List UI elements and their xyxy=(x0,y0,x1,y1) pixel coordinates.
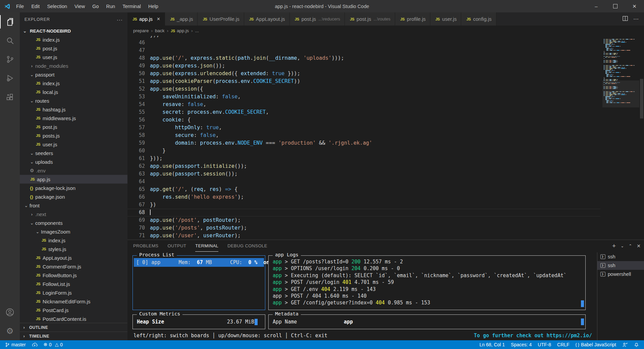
file-hashtag.js[interactable]: JShashtag.js xyxy=(20,105,127,114)
more-actions-icon[interactable]: ⋯ xyxy=(633,16,639,22)
code-line-56[interactable]: 56 cookie: { xyxy=(127,116,600,124)
code-line-70[interactable]: 70app.use('/posts', postsRouter); xyxy=(127,224,600,232)
tab-user.js[interactable]: JSuser.js xyxy=(430,12,461,26)
file-posts.js[interactable]: JSposts.js xyxy=(20,131,127,140)
code-editor[interactable]: }); 464748app.use('/', express.static(pa… xyxy=(127,36,644,240)
maximize-panel-icon[interactable]: ⌃ xyxy=(629,244,632,248)
file-index.js[interactable]: JSindex.js xyxy=(20,79,127,88)
sync-changes-item[interactable] xyxy=(29,340,41,349)
code-line-57[interactable]: 57 httpOnly: true, xyxy=(127,124,600,132)
file-applayout.js[interactable]: JSAppLayout.js xyxy=(20,253,127,262)
run-debug-icon[interactable] xyxy=(0,69,20,88)
file-local.js[interactable]: JSlocal.js xyxy=(20,88,127,96)
pm2-link[interactable]: To go further check out https://pm2.io/ xyxy=(474,333,592,339)
source-control-icon[interactable] xyxy=(0,50,20,69)
code-line-68[interactable]: 68 xyxy=(127,209,600,216)
code-line-66[interactable]: 66 res.send('hello express'); xyxy=(127,193,600,201)
panel-tab-problems[interactable]: PROBLEMS xyxy=(133,240,158,252)
panel-tab-output[interactable]: OUTPUT xyxy=(167,240,186,252)
terminal-instance-powershell[interactable]: ❯powershell xyxy=(597,270,644,279)
tab-profile.js[interactable]: JSprofile.js xyxy=(395,12,430,26)
code-line-46[interactable]: 46 xyxy=(127,39,600,47)
file-loginform.js[interactable]: JSLoginForm.js xyxy=(20,288,127,297)
explorer-icon[interactable] xyxy=(0,12,20,31)
problems-item[interactable]: ⊗ 0 △ 0 xyxy=(41,340,66,349)
code-line-60[interactable]: 60 } xyxy=(127,147,600,155)
terminal-instance-ssh[interactable]: ❯ssh xyxy=(597,261,644,270)
search-icon[interactable] xyxy=(0,31,20,50)
tab-UserProfile.js[interactable]: JSUserProfile.js xyxy=(198,12,244,26)
file-package-lock.json[interactable]: {}package-lock.json xyxy=(20,184,127,192)
explorer-more-actions-icon[interactable]: ··· xyxy=(117,17,123,22)
menu-selection[interactable]: Selection xyxy=(43,0,71,12)
close-window-icon[interactable]: ✕ xyxy=(625,0,644,12)
tab-config.js[interactable]: JSconfig.js xyxy=(461,12,496,26)
file-nicknameeditform.js[interactable]: JSNicknameEditForm.js xyxy=(20,297,127,306)
minimap-slider[interactable] xyxy=(602,81,639,107)
menu-terminal[interactable]: Terminal xyxy=(119,0,145,12)
menu-view[interactable]: View xyxy=(71,0,89,12)
tab-post.js[interactable]: JSpost.js...\routes xyxy=(345,12,395,26)
file-post.js[interactable]: JSpost.js xyxy=(20,122,127,131)
menu-go[interactable]: Go xyxy=(89,0,102,12)
close-tab-icon[interactable]: ✕ xyxy=(157,16,160,21)
file-middlewares.js[interactable]: JSmiddlewares.js xyxy=(20,114,127,122)
editor-scrollbar[interactable] xyxy=(639,36,644,240)
code-line-55[interactable]: 55 secret: process.env.COOKIE_SECRET, xyxy=(127,108,600,116)
file-package.json[interactable]: {}package.json xyxy=(20,192,127,201)
explorer-root-folder[interactable]: ⌄ REACT-NODEBIRD xyxy=(20,27,127,35)
menu-run[interactable]: Run xyxy=(103,0,119,12)
process-row-app[interactable]: [ 0] app Mem: 67 MB CPU: 0 % onl xyxy=(134,258,264,267)
code-line-58[interactable]: 58 secure: false, xyxy=(127,132,600,139)
code-line-65[interactable]: 65app.get('/', (req, res) => { xyxy=(127,186,600,193)
code-line-52[interactable]: 52app.use(session({ xyxy=(127,85,600,93)
file-index.js[interactable]: JSindex.js xyxy=(20,236,127,245)
notifications-bell-icon[interactable] xyxy=(631,340,642,349)
file-index.js[interactable]: JSindex.js xyxy=(20,35,127,44)
account-icon[interactable] xyxy=(0,303,20,321)
folder-routes[interactable]: ⌄routes xyxy=(20,96,127,105)
folder-imageszoom[interactable]: ⌄ImagesZoom xyxy=(20,227,127,236)
file-commentform.js[interactable]: JSCommentForm.js xyxy=(20,262,127,271)
file-postcardcontent.is[interactable]: JSPostCardContent.is xyxy=(20,314,127,323)
extensions-icon[interactable] xyxy=(0,88,20,106)
code-line-53[interactable]: 53 saveUninitialized: false, xyxy=(127,93,600,101)
tab-_app.js[interactable]: JS_app.js xyxy=(165,12,198,26)
file-followlist.js[interactable]: JSFollowList.js xyxy=(20,280,127,288)
folder-passport[interactable]: ⌄passport xyxy=(20,70,127,79)
code-line-59[interactable]: 59 domain: process.env.NODE_ENV === 'pro… xyxy=(127,139,600,147)
outline-section[interactable]: › OUTLINE xyxy=(20,323,127,332)
code-line-50[interactable]: 50app.use(express.urlencoded({ extended:… xyxy=(127,70,600,78)
eol-item[interactable]: CRLF xyxy=(554,340,573,349)
timeline-section[interactable]: › TIMELINE xyxy=(20,332,127,340)
breadcrumb-item[interactable]: back xyxy=(155,28,165,33)
code-line-71[interactable]: 71app.use('/user', userRouter); xyxy=(127,232,600,240)
tab-app.js[interactable]: JSapp.js✕ xyxy=(127,12,165,26)
file-.env[interactable]: ⚙.env xyxy=(20,166,127,175)
breadcrumb[interactable]: prepare›back›JSapp.js›... xyxy=(127,26,644,36)
breadcrumb-item[interactable]: ... xyxy=(195,28,199,33)
menu-help[interactable]: Help xyxy=(145,0,162,12)
encoding-item[interactable]: UTF-8 xyxy=(535,340,554,349)
file-followbutton.js[interactable]: JSFollowButton.js xyxy=(20,271,127,280)
restore-icon[interactable] xyxy=(606,0,625,12)
breadcrumb-item[interactable]: prepare xyxy=(133,28,149,33)
git-branch-item[interactable]: master xyxy=(2,340,29,349)
code-line-62[interactable]: 62app.use(passport.initialize()); xyxy=(127,162,600,170)
folder-front[interactable]: ⌄front xyxy=(20,201,127,210)
language-mode-item[interactable]: { } Babel JavaScript xyxy=(573,340,619,349)
file-post.js[interactable]: JSpost.js xyxy=(20,44,127,53)
folder-components[interactable]: ⌄components xyxy=(20,218,127,227)
file-app.js[interactable]: JSapp.js xyxy=(20,175,127,184)
folder-node-modules[interactable]: ›node_modules xyxy=(20,61,127,70)
minimize-icon[interactable]: – xyxy=(587,0,606,12)
code-line-49[interactable]: 49app.use(express.json()); xyxy=(127,62,600,70)
split-editor-icon[interactable] xyxy=(623,16,628,22)
file-postcard.js[interactable]: JSPostCard.js xyxy=(20,306,127,314)
folder-seeders[interactable]: ⌄seeders xyxy=(20,149,127,157)
panel-tab-debug-console[interactable]: DEBUG CONSOLE xyxy=(227,240,267,252)
terminal-instance-ssh[interactable]: ❯ssh xyxy=(597,252,644,261)
tab-post.js[interactable]: JSpost.js...\reducers xyxy=(290,12,345,26)
menu-file[interactable]: File xyxy=(12,0,28,12)
tab-AppLayout.js[interactable]: JSAppLayout.js xyxy=(244,12,290,26)
